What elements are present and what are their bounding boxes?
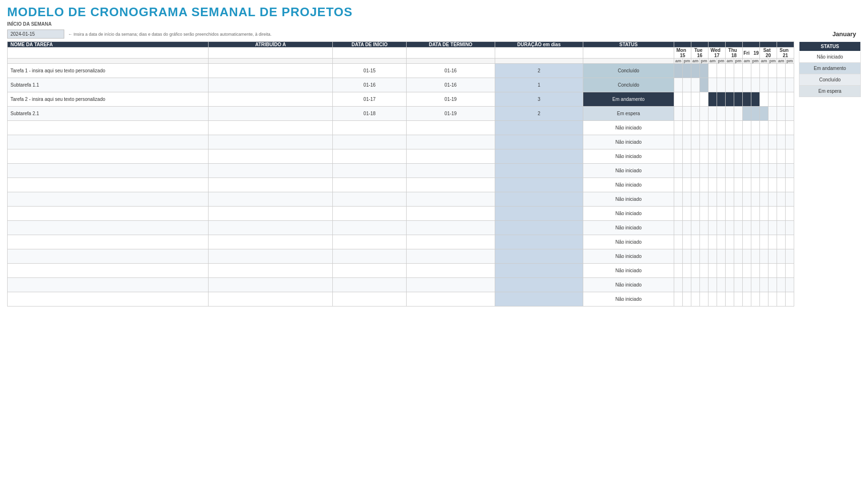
task-start[interactable] bbox=[333, 135, 407, 149]
task-status[interactable]: Não iniciado bbox=[583, 221, 674, 235]
table-row[interactable]: Não iniciado bbox=[8, 192, 794, 207]
task-end[interactable] bbox=[406, 178, 495, 192]
task-start[interactable] bbox=[333, 278, 407, 292]
task-duration[interactable]: 2 bbox=[495, 64, 583, 78]
task-start[interactable] bbox=[333, 292, 407, 306]
task-end[interactable] bbox=[406, 292, 495, 306]
task-assigned[interactable] bbox=[209, 178, 333, 192]
task-duration[interactable] bbox=[495, 135, 583, 149]
table-row[interactable]: Não iniciado bbox=[8, 207, 794, 221]
task-name[interactable] bbox=[8, 292, 209, 306]
task-status[interactable]: Não iniciado bbox=[583, 249, 674, 264]
table-row[interactable]: Não iniciado bbox=[8, 149, 794, 164]
task-duration[interactable] bbox=[495, 278, 583, 292]
task-status[interactable]: Não iniciado bbox=[583, 292, 674, 306]
table-row[interactable]: Não iniciado bbox=[8, 221, 794, 235]
task-start[interactable] bbox=[333, 149, 407, 164]
task-start[interactable] bbox=[333, 164, 407, 178]
task-name[interactable] bbox=[8, 135, 209, 149]
task-name[interactable]: Tarefa 1 - insira aqui seu texto persona… bbox=[8, 64, 209, 78]
task-status[interactable]: Não iniciado bbox=[583, 149, 674, 164]
task-name[interactable] bbox=[8, 235, 209, 249]
task-name[interactable] bbox=[8, 221, 209, 235]
task-start[interactable]: 01-16 bbox=[333, 78, 407, 92]
table-row[interactable]: Não iniciado bbox=[8, 135, 794, 149]
task-duration[interactable] bbox=[495, 192, 583, 207]
task-assigned[interactable] bbox=[209, 107, 333, 121]
task-assigned[interactable] bbox=[209, 192, 333, 207]
task-start[interactable]: 01-18 bbox=[333, 107, 407, 121]
task-end[interactable]: 01-16 bbox=[406, 78, 495, 92]
task-status[interactable]: Concluído bbox=[583, 78, 674, 92]
task-assigned[interactable] bbox=[209, 121, 333, 135]
task-start[interactable]: 01-17 bbox=[333, 92, 407, 107]
table-row[interactable]: Tarefa 1 - insira aqui seu texto persona… bbox=[8, 64, 794, 78]
task-status[interactable]: Não iniciado bbox=[583, 235, 674, 249]
task-duration[interactable] bbox=[495, 292, 583, 306]
task-start[interactable] bbox=[333, 221, 407, 235]
table-row[interactable]: Não iniciado bbox=[8, 178, 794, 192]
task-end[interactable] bbox=[406, 249, 495, 264]
task-status[interactable]: Não iniciado bbox=[583, 192, 674, 207]
task-status[interactable]: Concluído bbox=[583, 64, 674, 78]
task-status[interactable]: Em andamento bbox=[583, 92, 674, 107]
task-end[interactable] bbox=[406, 207, 495, 221]
table-row[interactable]: Não iniciado bbox=[8, 121, 794, 135]
task-duration[interactable] bbox=[495, 178, 583, 192]
task-end[interactable]: 01-16 bbox=[406, 64, 495, 78]
task-duration[interactable] bbox=[495, 221, 583, 235]
task-end[interactable] bbox=[406, 221, 495, 235]
task-name[interactable] bbox=[8, 178, 209, 192]
task-start[interactable] bbox=[333, 178, 407, 192]
task-duration[interactable]: 1 bbox=[495, 78, 583, 92]
week-start-cell[interactable]: 2024-01-15 bbox=[7, 30, 64, 39]
task-name[interactable] bbox=[8, 264, 209, 278]
task-end[interactable] bbox=[406, 135, 495, 149]
task-end[interactable] bbox=[406, 164, 495, 178]
task-name[interactable]: Tarefa 2 - insira aqui seu texto persona… bbox=[8, 92, 209, 107]
table-row[interactable]: Subtarefa 1.1 01-16 01-16 1 Concluído bbox=[8, 78, 794, 92]
task-status[interactable]: Não iniciado bbox=[583, 207, 674, 221]
task-assigned[interactable] bbox=[209, 235, 333, 249]
task-assigned[interactable] bbox=[209, 249, 333, 264]
task-end[interactable] bbox=[406, 264, 495, 278]
task-end[interactable] bbox=[406, 192, 495, 207]
table-row[interactable]: Não iniciado bbox=[8, 292, 794, 306]
task-assigned[interactable] bbox=[209, 149, 333, 164]
task-assigned[interactable] bbox=[209, 164, 333, 178]
task-status[interactable]: Não iniciado bbox=[583, 278, 674, 292]
task-status[interactable]: Não iniciado bbox=[583, 164, 674, 178]
task-name[interactable]: Subtarefa 2.1 bbox=[8, 107, 209, 121]
task-duration[interactable] bbox=[495, 164, 583, 178]
table-row[interactable]: Não iniciado bbox=[8, 249, 794, 264]
task-end[interactable] bbox=[406, 149, 495, 164]
task-duration[interactable] bbox=[495, 264, 583, 278]
task-assigned[interactable] bbox=[209, 278, 333, 292]
task-start[interactable] bbox=[333, 249, 407, 264]
task-duration[interactable] bbox=[495, 249, 583, 264]
task-assigned[interactable] bbox=[209, 92, 333, 107]
task-name[interactable]: Subtarefa 1.1 bbox=[8, 78, 209, 92]
task-assigned[interactable] bbox=[209, 78, 333, 92]
task-start[interactable] bbox=[333, 121, 407, 135]
task-duration[interactable] bbox=[495, 121, 583, 135]
task-assigned[interactable] bbox=[209, 292, 333, 306]
task-end[interactable]: 01-19 bbox=[406, 92, 495, 107]
task-name[interactable] bbox=[8, 249, 209, 264]
task-start[interactable] bbox=[333, 192, 407, 207]
table-row[interactable]: Tarefa 2 - insira aqui seu texto persona… bbox=[8, 92, 794, 107]
task-assigned[interactable] bbox=[209, 207, 333, 221]
task-assigned[interactable] bbox=[209, 221, 333, 235]
task-duration[interactable]: 3 bbox=[495, 92, 583, 107]
task-name[interactable] bbox=[8, 192, 209, 207]
task-status[interactable]: Em espera bbox=[583, 107, 674, 121]
task-status[interactable]: Não iniciado bbox=[583, 264, 674, 278]
task-name[interactable] bbox=[8, 149, 209, 164]
task-name[interactable] bbox=[8, 164, 209, 178]
task-start[interactable]: 01-15 bbox=[333, 64, 407, 78]
task-status[interactable]: Não iniciado bbox=[583, 135, 674, 149]
task-duration[interactable] bbox=[495, 235, 583, 249]
table-row[interactable]: Não iniciado bbox=[8, 264, 794, 278]
task-assigned[interactable] bbox=[209, 64, 333, 78]
task-end[interactable] bbox=[406, 278, 495, 292]
